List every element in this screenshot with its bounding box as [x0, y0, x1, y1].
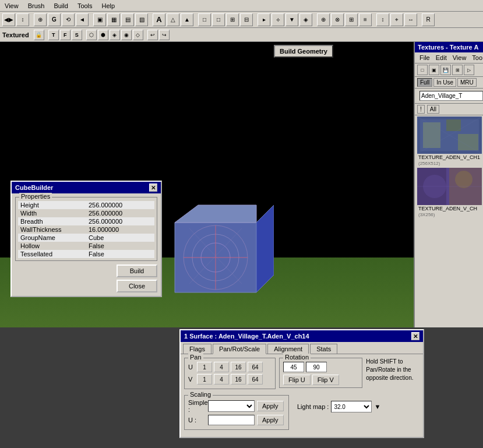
- toolbar-btn-17[interactable]: ⟡: [272, 13, 284, 26]
- build-geometry-button[interactable]: Build Geometry: [274, 45, 333, 58]
- flip-u-button[interactable]: Flip U: [283, 375, 311, 385]
- pan-u-64[interactable]: 64: [248, 362, 263, 372]
- apply-u-button[interactable]: Apply: [257, 415, 284, 425]
- tab-flags[interactable]: Flags: [183, 344, 211, 354]
- toolbar-btn-9[interactable]: ▧: [135, 13, 148, 26]
- toolbar-btn-10[interactable]: △: [167, 13, 179, 26]
- vt-btn-mesh5[interactable]: ◇: [133, 30, 143, 40]
- toolbar-btn-2[interactable]: ⊕: [34, 13, 47, 26]
- tex-menu-edit[interactable]: Edit: [433, 54, 449, 62]
- toolbar-btn-14[interactable]: ⊞: [226, 13, 239, 26]
- scale-u-input[interactable]: [208, 415, 255, 425]
- tex-menu-file[interactable]: File: [417, 54, 432, 62]
- rot-input-90[interactable]: [306, 362, 327, 372]
- filter-mru[interactable]: MRU: [457, 78, 477, 87]
- rot-input-45[interactable]: [283, 362, 304, 372]
- surface-title-label: 1 Surface : Aden_Village_T.Aden_V_ch14: [184, 333, 309, 340]
- prop-name: Breadth: [18, 217, 86, 225]
- vt-btn-T[interactable]: T: [48, 30, 59, 40]
- tex-menu-tools[interactable]: Too: [470, 54, 483, 62]
- filter-full[interactable]: Full: [417, 78, 432, 87]
- pan-v-1[interactable]: 1: [197, 374, 212, 384]
- vt-btn-mesh2[interactable]: ⬢: [98, 30, 108, 40]
- menu-build[interactable]: Build: [49, 1, 72, 10]
- pan-v-16[interactable]: 16: [231, 374, 246, 384]
- tex-tb-btn-3[interactable]: ⊞: [452, 65, 463, 75]
- toolbar-btn-22[interactable]: ⊞: [345, 13, 358, 26]
- vt-btn-S[interactable]: S: [72, 30, 82, 40]
- vt-btn-redo[interactable]: ↪: [159, 30, 170, 40]
- toolbar-btn-26[interactable]: ↔: [404, 13, 417, 26]
- simple-select[interactable]: [208, 400, 255, 412]
- cube-builder-title-bar[interactable]: CubeBuilder ✕: [12, 182, 161, 193]
- tex-exclaim-btn[interactable]: !: [417, 105, 425, 114]
- toolbar-btn-5[interactable]: ◄: [76, 13, 89, 26]
- surface-title-bar[interactable]: 1 Surface : Aden_Village_T.Aden_V_ch14 ✕: [181, 330, 423, 342]
- tex-menu-view[interactable]: View: [450, 54, 469, 62]
- tab-pan-rot-scale[interactable]: Pan/Rot/Scale: [213, 344, 266, 354]
- pan-v-4[interactable]: 4: [214, 374, 229, 384]
- toolbar-btn-20[interactable]: ⊕: [317, 13, 330, 26]
- toolbar-btn-11[interactable]: ▲: [181, 13, 193, 26]
- texture-thumb-2[interactable]: TEXTURE_ADEN_V_CH (3X256): [417, 168, 482, 218]
- properties-table: Height256.000000Width256.000000Breadth25…: [18, 201, 154, 258]
- textures-search-input[interactable]: [419, 91, 483, 101]
- pan-u-4[interactable]: 4: [214, 362, 229, 372]
- vt-btn-mesh3[interactable]: ◈: [110, 30, 120, 40]
- toolbar-btn-0[interactable]: ◀▶: [2, 13, 15, 26]
- pan-v-64[interactable]: 64: [248, 374, 263, 384]
- menu-view[interactable]: View: [0, 1, 23, 10]
- tab-alignment[interactable]: Alignment: [267, 344, 309, 354]
- vt-btn-lock[interactable]: 🔒: [34, 30, 44, 40]
- toolbar-btn-23[interactable]: ≡: [359, 13, 372, 26]
- toolbar-btn-16[interactable]: ▸: [258, 13, 270, 26]
- toolbar-btn-8[interactable]: ▤: [121, 13, 134, 26]
- flip-v-button[interactable]: Flip V: [312, 375, 339, 385]
- toolbar-btn-15[interactable]: ⊟: [240, 13, 253, 26]
- cube-builder-close-btn[interactable]: ✕: [149, 184, 157, 192]
- tex-tb-btn-4[interactable]: ▷: [464, 65, 474, 75]
- toolbar-btn-24[interactable]: ↕: [376, 13, 389, 26]
- tab-stats[interactable]: Stats: [310, 344, 337, 354]
- viewport-toolbar: Textured 🔒 T F S ⬡ ⬢ ◈ ◉ ◇ ↩ ↪: [0, 28, 483, 42]
- toolbar-btn-19[interactable]: ◈: [299, 13, 312, 26]
- toolbar-btn-18[interactable]: ▼: [285, 13, 298, 26]
- menu-tools[interactable]: Tools: [73, 1, 97, 10]
- textures-title-bar: Textures - Texture A: [415, 42, 483, 52]
- toolbar-btn-4[interactable]: ⟲: [62, 13, 75, 26]
- vt-btn-undo[interactable]: ↩: [147, 30, 158, 40]
- toolbar-btn-6[interactable]: ▣: [93, 13, 106, 26]
- tex-tb-btn-1[interactable]: ▣: [429, 65, 439, 75]
- tex-all-btn[interactable]: All: [427, 105, 439, 114]
- build-button[interactable]: Build: [117, 264, 157, 277]
- vt-btn-F[interactable]: F: [60, 30, 70, 40]
- toolbar-btn-25[interactable]: ⌖: [390, 13, 403, 26]
- apply-simple-button[interactable]: Apply: [257, 401, 284, 411]
- toolbar-btn-21[interactable]: ⊗: [331, 13, 344, 26]
- toolbar-btn-7[interactable]: ▦: [107, 13, 120, 26]
- svg-rect-16: [458, 134, 478, 150]
- tex-tb-btn-0[interactable]: □: [417, 65, 428, 75]
- menu-help[interactable]: Help: [97, 1, 120, 10]
- toolbar-btn-3[interactable]: G: [48, 13, 61, 26]
- tex-tb-btn-2[interactable]: 💾: [440, 65, 451, 75]
- filter-inuse[interactable]: In Use: [433, 78, 456, 87]
- close-button[interactable]: Close: [117, 280, 157, 292]
- menu-brush[interactable]: Brush: [23, 1, 50, 10]
- cube-builder-body: Properties Height256.000000Width256.0000…: [12, 193, 161, 296]
- table-row: TessellatedFalse: [18, 250, 154, 258]
- toolbar-btn-27[interactable]: R: [422, 13, 435, 26]
- vt-btn-mesh1[interactable]: ⬡: [86, 30, 97, 40]
- surface-close-btn[interactable]: ✕: [411, 332, 419, 340]
- main-toolbar: ◀▶ ↕ ⊕ G ⟲ ◄ ▣ ▦ ▤ ▧ A △ ▲ □ □ ⊞ ⊟ ▸ ⟡ ▼…: [0, 12, 483, 28]
- pan-u-16[interactable]: 16: [231, 362, 246, 372]
- texture-thumb-1[interactable]: TEXTURE_ADEN_V_CH1 (256X512): [417, 117, 482, 167]
- toolbar-btn-13[interactable]: □: [212, 13, 225, 26]
- toolbar-btn-1[interactable]: ↕: [16, 13, 29, 26]
- vt-btn-mesh4[interactable]: ◉: [121, 30, 132, 40]
- toolbar-btn-A[interactable]: A: [153, 13, 165, 26]
- lightmap-select[interactable]: 32.0: [331, 401, 372, 412]
- toolbar-btn-12[interactable]: □: [198, 13, 211, 26]
- textures-title: Textures - Texture A: [418, 44, 478, 51]
- pan-u-1[interactable]: 1: [197, 362, 212, 372]
